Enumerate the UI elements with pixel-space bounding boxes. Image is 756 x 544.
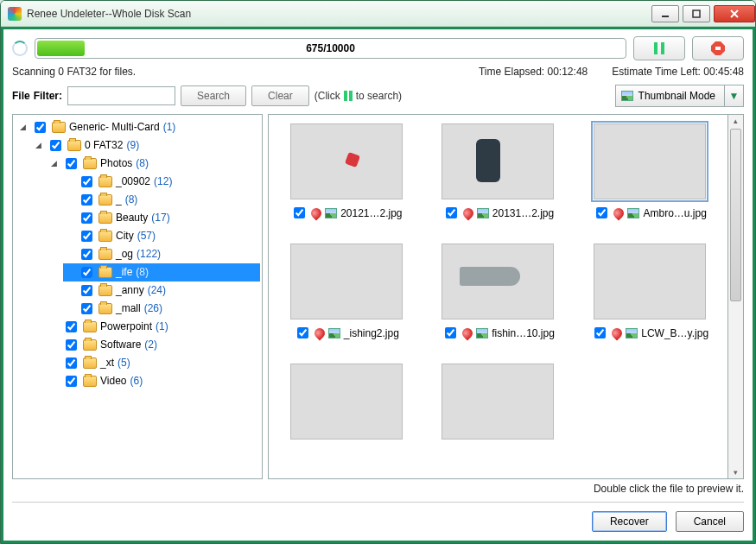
scrollbar[interactable] [728,114,744,479]
stop-icon [710,41,726,56]
tree-folder[interactable]: City (57) [63,227,260,245]
content-area: 675/10000 Scanning 0 FAT32 for files. Ti… [1,27,755,543]
tree-branch[interactable]: ◢Generic- Multi-Card (1) [16,118,260,136]
thumbnail-area: 20121…2.jpg20131…2.jpgAmbro…u.jpg_ishing… [268,114,744,479]
tree-count: (24) [148,281,166,300]
thumbnail-mode-label: Thumbnail Mode [638,90,715,102]
thumbnail-grid[interactable]: 20121…2.jpg20131…2.jpgAmbro…u.jpg_ishing… [268,114,728,479]
tree-count: (26) [144,300,162,318]
thumbnail-item[interactable]: 20121…2.jpg [274,123,419,221]
tree-count: (1) [163,118,176,136]
tree-branch[interactable]: ◢Photos (8) [48,155,260,173]
stop-button[interactable] [692,36,744,60]
tree-folder[interactable]: Software (2) [48,336,260,354]
thumbnail-image [442,364,554,440]
tree-folder[interactable]: Powerpoint (1) [48,318,260,336]
collapse-icon[interactable]: ◢ [18,123,28,132]
close-button[interactable] [714,5,755,22]
scanning-status: Scanning 0 FAT32 for files. [12,66,136,78]
thumbnail-checkbox[interactable] [294,207,305,218]
tree-folder[interactable]: Video (6) [48,372,260,390]
chevron-down-icon: ▼ [724,85,743,106]
image-type-icon [477,208,489,218]
tree-checkbox[interactable] [66,321,77,332]
tree-label: _xt [100,354,114,372]
tree-checkbox[interactable] [81,285,92,296]
folder-icon [98,231,112,242]
tree-checkbox[interactable] [81,194,92,206]
app-window: Renee Undeleter--Whole Disk Scan 675/100… [0,0,756,544]
image-type-icon [476,328,488,338]
search-button[interactable]: Search [181,85,246,106]
scrollbar-thumb[interactable] [730,129,741,301]
tree-count: (1) [156,318,168,336]
tree-label: _00902 [116,173,150,191]
tree-count: (2) [144,336,157,354]
tree-checkbox[interactable] [66,376,77,387]
folder-tree[interactable]: ◢Generic- Multi-Card (1)◢0 FAT32 (9)◢Pho… [12,114,263,479]
file-filter-label: File Filter: [12,90,62,102]
thumbnail-filename: 20131…2.jpg [492,207,554,219]
tree-label: _ife [116,263,132,281]
tree-checkbox[interactable] [81,176,92,187]
tree-checkbox[interactable] [66,158,77,169]
thumbnail-item[interactable]: Ambro…u.jpg [577,123,722,221]
tree-folder[interactable]: _00902 (12) [63,173,260,191]
recover-button[interactable]: Recover [592,511,667,532]
tree-branch[interactable]: ◢0 FAT32 (9) [32,136,260,155]
tree-folder[interactable]: _mall (26) [63,300,260,318]
minimize-button[interactable] [651,5,679,22]
tree-folder[interactable]: _ife (8) [63,263,260,281]
tree-folder[interactable]: _anny (24) [63,281,260,300]
window-title: Renee Undeleter--Whole Disk Scan [27,8,648,20]
tree-folder[interactable]: _xt (5) [48,354,260,372]
collapse-icon[interactable]: ◢ [34,141,43,150]
pin-icon [312,326,327,340]
collapse-icon[interactable]: ◢ [49,159,59,168]
thumbnail-item[interactable]: 20131…2.jpg [426,123,571,221]
thumbnail-item[interactable]: LCW_B…y.jpg [577,244,722,341]
tree-checkbox[interactable] [81,267,92,278]
thumbnail-checkbox[interactable] [446,207,457,218]
folder-icon [98,267,112,278]
leaf-spacer [49,322,59,332]
clear-button[interactable]: Clear [251,85,309,106]
folder-icon [98,212,112,224]
thumbnail-item[interactable] [426,364,571,440]
thumbnail-filename: Ambro…u.jpg [643,207,706,219]
thumbnail-image [442,123,554,199]
folder-icon [52,122,66,133]
thumbnail-filename: LCW_B…y.jpg [641,327,708,339]
tree-folder[interactable]: _og (122) [63,245,260,263]
thumbnail-mode-dropdown[interactable]: Thumbnail Mode ▼ [615,85,744,107]
leaf-spacer [65,231,74,241]
thumbnail-item[interactable]: _ishing2.jpg [274,244,419,341]
filter-input[interactable] [67,86,175,105]
folder-icon [98,285,112,296]
thumbnail-checkbox[interactable] [297,327,308,338]
thumbnail-item[interactable] [274,364,419,440]
pause-button[interactable] [633,36,685,60]
thumbnail-checkbox[interactable] [594,327,606,338]
tree-checkbox[interactable] [81,249,92,260]
tree-label: Photos [100,155,132,173]
tree-checkbox[interactable] [81,303,92,314]
tree-checkbox[interactable] [66,339,77,351]
folder-icon [83,339,97,351]
thumbnail-checkbox[interactable] [596,207,607,218]
tree-checkbox[interactable] [66,357,77,369]
leaf-spacer [65,213,74,223]
tree-folder[interactable]: _ (8) [63,191,260,209]
tree-folder[interactable]: Beauty (17) [63,209,260,227]
tree-checkbox[interactable] [81,212,92,224]
thumbnail-item[interactable]: fishin…10.jpg [426,244,571,341]
maximize-button[interactable] [683,5,710,22]
main-split: ◢Generic- Multi-Card (1)◢0 FAT32 (9)◢Pho… [12,114,744,479]
tree-checkbox[interactable] [35,122,46,133]
thumbnail-filename: _ishing2.jpg [344,327,399,339]
cancel-button[interactable]: Cancel [676,511,744,532]
thumbnail-checkbox[interactable] [445,327,456,338]
leaf-spacer [49,340,59,350]
tree-checkbox[interactable] [50,140,61,151]
tree-checkbox[interactable] [81,231,92,242]
